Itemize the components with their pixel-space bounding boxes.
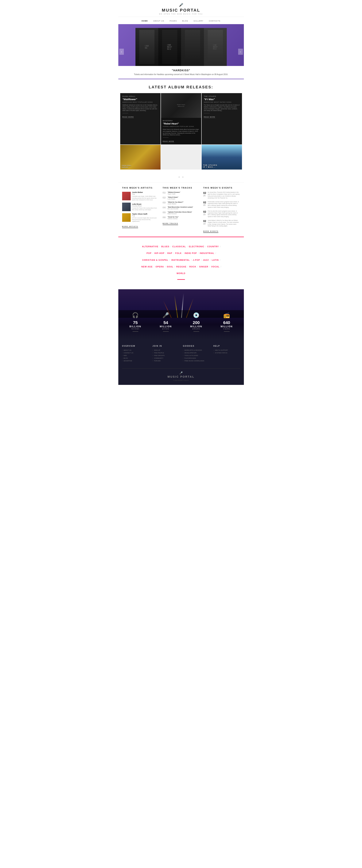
album-desc-madonna: Rebel Heart is the thirteenth studio alb… (163, 128, 199, 136)
footer-developer-api[interactable]: DEVELOPER API (183, 352, 210, 354)
genre-new-age[interactable]: NEW AGE (141, 266, 152, 268)
artist-item-1: Justin Bieber Pop Canadian pop singer. J… (122, 191, 159, 200)
event-day-2: 20 (203, 204, 206, 206)
footer-more-apps[interactable]: MORE APPS & DEVICES (183, 349, 210, 351)
stat-artists-divider (163, 331, 169, 332)
footer-help-support[interactable]: HELP & SUPPORT (214, 349, 240, 351)
footer-about-us[interactable]: ABOUT US (122, 349, 149, 351)
footer-sign-up[interactable]: SIGN UP (152, 349, 179, 351)
stat-reviews: 🎧 75 BILLION reviews (122, 312, 149, 332)
genre-rock[interactable]: ROCK (189, 266, 196, 268)
genre-electronic[interactable]: ELECTRONIC (189, 245, 204, 248)
headphones-icon: 🎧 (122, 312, 149, 318)
track-title-1: "Wildest Dreams" (168, 191, 180, 193)
footer-community[interactable]: COMMUNITY (152, 357, 179, 359)
event-day-4: 10 (203, 222, 206, 225)
genre-indie-pop[interactable]: INDIE POP (185, 252, 197, 254)
genre-hiphop[interactable]: HIP-HOP (155, 252, 165, 254)
footer-forums[interactable]: FORUMS (152, 360, 179, 362)
track-artist-2: Luke Bryan (168, 198, 178, 200)
genre-industrial[interactable]: INDUSTRIAL (200, 252, 214, 254)
genre-classical[interactable]: CLASSICAL (172, 245, 186, 248)
footer-advertise[interactable]: ADVERTISE (122, 360, 149, 362)
this-week-section: THIS WEEK'S ARTISTS: Justin Bieber Pop C… (118, 182, 244, 237)
read-more-staves[interactable]: READ MORE (204, 116, 215, 118)
carousel-prev[interactable]: ‹ (178, 175, 179, 179)
track-title-6: "Good for You" (168, 216, 178, 218)
hero-arrow-right[interactable]: › (238, 49, 243, 55)
genre-jazz[interactable]: JAZZ (203, 259, 209, 261)
nav-blog[interactable]: BLOG (182, 20, 188, 22)
track-artist-4: Div Laa Smooth (168, 208, 193, 210)
track-item-3: 03/ "What Do You Mean?" Justin Bieber (163, 201, 199, 205)
genre-blues[interactable]: BLUES (161, 245, 169, 248)
site-title: MUSIC PORTAL (118, 8, 244, 13)
genre-instrumental[interactable]: INSTRUMENTAL (171, 259, 190, 261)
track-item-4: 04/ "Bad Blood (feat. Kendrick Lamar)" D… (163, 206, 199, 210)
footer-goodies: GOODIES MORE APPS & DEVICES DEVELOPER AP… (183, 345, 210, 363)
genre-country[interactable]: COUNTRY (207, 245, 219, 248)
read-more-diana[interactable]: READ MORE (122, 116, 134, 118)
nav-pages[interactable]: PAGES (170, 20, 177, 22)
stat-reviews-number: 75 (122, 320, 149, 325)
footer-find-people[interactable]: FIND PEOPLE (152, 352, 179, 354)
genre-folk[interactable]: FOLK (175, 252, 182, 254)
more-events-link[interactable]: MORE EVENTS (203, 230, 218, 233)
event-info-3: Find Us all at the event 'g legend music… (208, 210, 240, 218)
album-desc-staves: The Staves are an English acoustic folk-… (204, 104, 240, 112)
genre-reggae[interactable]: REGGAE (176, 266, 187, 268)
stat-tracks-label: tracks (214, 328, 240, 330)
footer-wiki[interactable]: WIKI (122, 355, 149, 356)
footer-help-title: HELP (214, 345, 240, 347)
genre-singer[interactable]: SINGER (199, 266, 208, 268)
footer-bottom: 🎤 MUSIC PORTAL © 2015 PRIVACY POLICY (122, 368, 240, 381)
genre-opera[interactable]: OPERA (156, 266, 164, 268)
event-day-3: 15 (203, 213, 206, 216)
genre-vocal[interactable]: VOCAL (211, 266, 220, 268)
footer-free-music[interactable]: FREE MUSIC DOWNLOADS (183, 360, 210, 362)
album-genre-diana: American Most Popular Song (122, 101, 158, 103)
genre-christian[interactable]: CHRISTIAN & GOSPEL (142, 259, 168, 261)
nav-gallery[interactable]: GALLERY (194, 20, 203, 22)
nav-about[interactable]: ABOUT US (153, 20, 164, 22)
genre-world[interactable]: WORLD (176, 272, 186, 274)
hero-arrow-left[interactable]: ‹ (119, 49, 124, 55)
footer-find-groups[interactable]: FIND GROUPS (152, 355, 179, 356)
footer-contact-us[interactable]: CONTACT US (122, 352, 149, 354)
read-more-madonna[interactable]: READ MORE (163, 141, 174, 143)
more-artists-link[interactable]: MORE ARTISTS (122, 226, 138, 228)
album-genre-staves: American Most Rated Song (204, 101, 240, 103)
more-tracks-link[interactable]: MORE TRACKS (163, 222, 178, 225)
stat-reviews-divider (133, 331, 138, 332)
genre-latin[interactable]: LATIN (212, 259, 219, 261)
track-info-1: "Wildest Dreams" Taylor Swift (168, 191, 180, 195)
genre-soul[interactable]: SOUL (167, 266, 173, 268)
track-title-5: "Uptown Funk (feat. Bruno Mars)" (168, 211, 192, 213)
carousel-next[interactable]: › (183, 175, 184, 179)
event-month-4: 02 (203, 219, 206, 222)
album-spacer (161, 145, 201, 169)
footer-playgrounds[interactable]: PLAYGROUNDS (183, 357, 210, 359)
event-item-1: 02 25 As Jonas Bros. Presents 2015 chari… (203, 191, 240, 199)
footer-tools[interactable]: TOOLS & PLUGINS (183, 355, 210, 356)
artist-desc-lb: County the Party is the county album fro… (132, 207, 159, 211)
genre-pop[interactable]: POP (146, 252, 151, 254)
artist-thumb-jb (122, 192, 131, 200)
album-title-madonna: "Rebel Heart" (163, 122, 199, 125)
stat-artists-label: artists (152, 328, 179, 330)
footer-system-status[interactable]: SYSTEM STATUS (214, 352, 240, 354)
genre-rap[interactable]: RAP (167, 252, 172, 254)
nav-home[interactable]: HOME (142, 20, 148, 22)
artist-genre-ts: Pop (132, 215, 159, 217)
band-member-2: I AMBESTIN U (158, 28, 181, 66)
track-title-4: "Bad Blood (feat. Kendrick Lamar)" (168, 206, 193, 208)
track-artist-3: Justin Bieber (168, 203, 184, 205)
nav-contacts[interactable]: CONTACTS (209, 20, 220, 22)
album-desc-diana: Wallflower debuted at number two on the … (122, 104, 158, 112)
track-num-2: 02/ (163, 196, 166, 199)
disc-icon: 💿 (183, 312, 210, 318)
radio-icon: 📻 (214, 312, 240, 318)
genre-alternative[interactable]: ALTERNATIVE (142, 245, 159, 248)
footer-blog[interactable]: BLOG (122, 357, 149, 359)
genre-jpop[interactable]: J-POP (193, 259, 200, 261)
